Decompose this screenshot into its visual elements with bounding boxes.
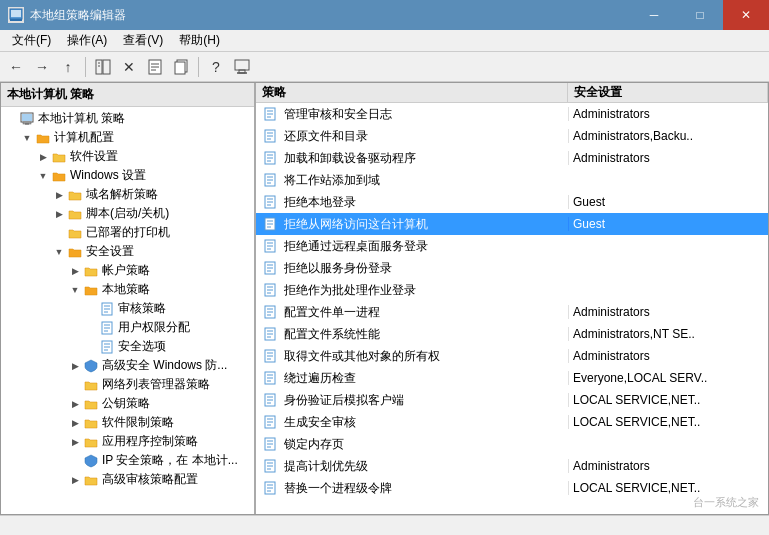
tree-item-audit[interactable]: 审核策略 <box>1 299 254 318</box>
extra-button[interactable] <box>230 55 254 79</box>
icon-folder <box>83 434 99 450</box>
policy-row[interactable]: 管理审核和安全日志Administrators <box>256 103 768 125</box>
policy-row[interactable]: 拒绝以服务身份登录 <box>256 257 768 279</box>
tree-item-account[interactable]: ▶帐户策略 <box>1 261 254 280</box>
up-button[interactable]: ↑ <box>56 55 80 79</box>
icon-folder-open <box>83 282 99 298</box>
toggle-userrights[interactable] <box>83 320 99 336</box>
policy-row[interactable]: 生成安全审核LOCAL SERVICE,NET.. <box>256 411 768 433</box>
icon-folder <box>83 377 99 393</box>
policy-row[interactable]: 身份验证后模拟客户端LOCAL SERVICE,NET.. <box>256 389 768 411</box>
tree-item-windows[interactable]: ▼Windows 设置 <box>1 166 254 185</box>
icon-folder <box>83 415 99 431</box>
toggle-account[interactable]: ▶ <box>67 263 83 279</box>
policy-icon <box>260 192 280 212</box>
policy-row[interactable]: 拒绝从网络访问这台计算机Guest <box>256 213 768 235</box>
minimize-button[interactable]: ─ <box>631 0 677 30</box>
policy-name: 取得文件或其他对象的所有权 <box>280 348 568 365</box>
menu-file[interactable]: 文件(F) <box>4 30 59 51</box>
policy-row[interactable]: 拒绝通过远程桌面服务登录 <box>256 235 768 257</box>
toggle-dns[interactable]: ▶ <box>51 187 67 203</box>
toggle-security[interactable]: ▼ <box>51 244 67 260</box>
tree-item-software[interactable]: ▶软件设置 <box>1 147 254 166</box>
policy-row[interactable]: 加载和卸载设备驱动程序Administrators <box>256 147 768 169</box>
maximize-button[interactable]: □ <box>677 0 723 30</box>
toggle-applocker[interactable]: ▶ <box>67 434 83 450</box>
tree-item-local[interactable]: ▼本地策略 <box>1 280 254 299</box>
tree-item-computer[interactable]: ▼计算机配置 <box>1 128 254 147</box>
policy-row[interactable]: 锁定内存页 <box>256 433 768 455</box>
policy-row[interactable]: 取得文件或其他对象的所有权Administrators <box>256 345 768 367</box>
policy-name: 锁定内存页 <box>280 436 568 453</box>
toggle-audit[interactable] <box>83 301 99 317</box>
menu-action[interactable]: 操作(A) <box>59 30 115 51</box>
icon-folder <box>83 396 99 412</box>
tree-item-applocker[interactable]: ▶应用程序控制策略 <box>1 432 254 451</box>
policy-name: 配置文件单一进程 <box>280 304 568 321</box>
tree-label-ipsec: IP 安全策略，在 本地计... <box>102 452 238 469</box>
menu-help[interactable]: 帮助(H) <box>171 30 228 51</box>
close-button[interactable]: ✕ <box>723 0 769 30</box>
toggle-advaudit[interactable]: ▶ <box>67 472 83 488</box>
toggle-local[interactable]: ▼ <box>67 282 83 298</box>
toggle-printers[interactable] <box>51 225 67 241</box>
policy-row[interactable]: 配置文件单一进程Administrators <box>256 301 768 323</box>
policy-row[interactable]: 拒绝本地登录Guest <box>256 191 768 213</box>
toggle-computer[interactable]: ▼ <box>19 130 35 146</box>
policy-value: Administrators <box>568 349 768 363</box>
tree-item-root[interactable]: 本地计算机 策略 <box>1 109 254 128</box>
icon-folder <box>67 225 83 241</box>
forward-button[interactable]: → <box>30 55 54 79</box>
tree-item-dns[interactable]: ▶域名解析策略 <box>1 185 254 204</box>
delete-button[interactable]: ✕ <box>117 55 141 79</box>
toggle-scripts[interactable]: ▶ <box>51 206 67 222</box>
policy-value: Guest <box>568 195 768 209</box>
tree-item-ipsec[interactable]: IP 安全策略，在 本地计... <box>1 451 254 470</box>
window-controls[interactable]: ─ □ ✕ <box>631 0 769 30</box>
policy-row[interactable]: 还原文件和目录Administrators,Backu.. <box>256 125 768 147</box>
tree-item-security[interactable]: ▼安全设置 <box>1 242 254 261</box>
policy-row[interactable]: 绕过遍历检查Everyone,LOCAL SERV.. <box>256 367 768 389</box>
tree-item-scripts[interactable]: ▶脚本(启动/关机) <box>1 204 254 223</box>
tree-item-printers[interactable]: 已部署的打印机 <box>1 223 254 242</box>
left-pane[interactable]: 本地计算机 策略 本地计算机 策略▼计算机配置▶软件设置▼Windows 设置▶… <box>1 83 256 514</box>
menu-view[interactable]: 查看(V) <box>115 30 171 51</box>
toggle-root[interactable] <box>3 111 19 127</box>
policy-name: 拒绝本地登录 <box>280 194 568 211</box>
toggle-netlist[interactable] <box>67 377 83 393</box>
show-hide-tree-button[interactable] <box>91 55 115 79</box>
toggle-ipsec[interactable] <box>67 453 83 469</box>
tree-label-applocker: 应用程序控制策略 <box>102 433 198 450</box>
tree-item-secopts[interactable]: 安全选项 <box>1 337 254 356</box>
toggle-winfw[interactable]: ▶ <box>67 358 83 374</box>
toggle-softrest[interactable]: ▶ <box>67 415 83 431</box>
tree-item-userrights[interactable]: 用户权限分配 <box>1 318 254 337</box>
tree-item-advaudit[interactable]: ▶高级审核策略配置 <box>1 470 254 489</box>
back-button[interactable]: ← <box>4 55 28 79</box>
security-column-header[interactable]: 安全设置 <box>568 83 768 102</box>
policy-column-header[interactable]: 策略 <box>256 83 568 102</box>
title-bar-left: 本地组策略编辑器 <box>8 7 126 24</box>
tree-item-softrest[interactable]: ▶软件限制策略 <box>1 413 254 432</box>
toggle-pubkey[interactable]: ▶ <box>67 396 83 412</box>
policy-row[interactable]: 将工作站添加到域 <box>256 169 768 191</box>
tree-item-winfw[interactable]: ▶高级安全 Windows 防... <box>1 356 254 375</box>
toggle-windows[interactable]: ▼ <box>35 168 51 184</box>
title-bar: 本地组策略编辑器 ─ □ ✕ <box>0 0 769 30</box>
policy-icon <box>260 346 280 366</box>
properties-button[interactable] <box>143 55 167 79</box>
policy-name: 提高计划优先级 <box>280 458 568 475</box>
toggle-software[interactable]: ▶ <box>35 149 51 165</box>
tree-item-pubkey[interactable]: ▶公钥策略 <box>1 394 254 413</box>
policy-list[interactable]: 管理审核和安全日志Administrators还原文件和目录Administra… <box>256 103 768 514</box>
policy-row[interactable]: 拒绝作为批处理作业登录 <box>256 279 768 301</box>
policy-row[interactable]: 替换一个进程级令牌LOCAL SERVICE,NET.. <box>256 477 768 499</box>
policy-icon <box>260 324 280 344</box>
policy-row[interactable]: 配置文件系统性能Administrators,NT SE.. <box>256 323 768 345</box>
copy-button[interactable] <box>169 55 193 79</box>
toggle-secopts[interactable] <box>83 339 99 355</box>
help-button[interactable]: ? <box>204 55 228 79</box>
icon-folder <box>67 187 83 203</box>
tree-item-netlist[interactable]: 网络列表管理器策略 <box>1 375 254 394</box>
policy-row[interactable]: 提高计划优先级Administrators <box>256 455 768 477</box>
